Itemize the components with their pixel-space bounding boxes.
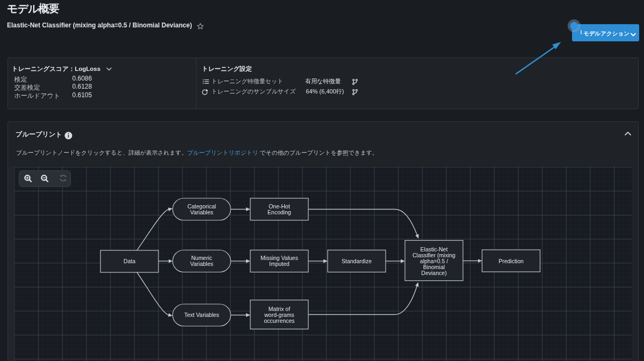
svg-text:Deviance): Deviance) [421, 270, 446, 276]
svg-text:Standardize: Standardize [342, 258, 372, 264]
svg-text:Encoding: Encoding [267, 209, 291, 215]
svg-text:Variables: Variables [190, 261, 213, 267]
svg-text:Text Variables: Text Variables [184, 312, 219, 318]
svg-text:occurrences: occurrences [264, 317, 294, 324]
svg-text:Prediction: Prediction [498, 258, 524, 264]
svg-text:Data: Data [124, 258, 135, 264]
svg-text:Imputed: Imputed [269, 261, 290, 267]
svg-text:Variables: Variables [190, 209, 213, 215]
